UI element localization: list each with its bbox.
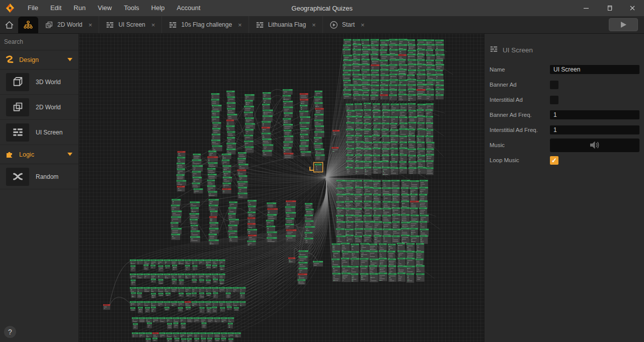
panel-title: UI Screen [503, 46, 533, 54]
ui-screen-icon [169, 21, 177, 29]
section-header-logic[interactable]: Logic [0, 145, 78, 164]
section-label: Logic [19, 151, 63, 158]
ui-screen-icon [12, 126, 24, 138]
search-bar [0, 34, 78, 50]
property-row-banner-ad-freq: Banner Ad Freq. [490, 107, 639, 122]
tab-close-icon[interactable]: × [361, 21, 365, 29]
item-thumbnail [6, 98, 29, 116]
ui-screen-icon [490, 45, 498, 53]
tab-bar: 2D World×UI Screen×10s Flag challenge×Li… [0, 16, 644, 34]
tab-ui-screen[interactable]: UI Screen× [99, 16, 162, 33]
maximize-button[interactable] [598, 0, 621, 16]
property-row-name: Name [490, 62, 639, 77]
menu-item-run[interactable]: Run [67, 0, 92, 16]
close-icon [629, 5, 635, 11]
field-input[interactable] [550, 125, 639, 134]
triangle-down-icon [67, 153, 72, 156]
search-input[interactable] [4, 38, 82, 45]
tab-close-icon[interactable]: × [151, 21, 155, 29]
design-icon [5, 55, 15, 64]
field-label: Interstitial Ad Freq. [490, 127, 550, 133]
item-label: Random [36, 173, 58, 180]
field-input[interactable] [550, 110, 639, 119]
menu-item-edit[interactable]: Edit [44, 0, 67, 16]
minimize-button[interactable] [575, 0, 598, 16]
field-label: Loop Music [490, 157, 550, 163]
play-icon [620, 21, 627, 28]
play-circle-icon [330, 21, 338, 29]
music-select-button[interactable] [550, 139, 639, 152]
help-button[interactable]: ? [4, 326, 16, 338]
run-preview-button[interactable] [609, 18, 638, 31]
sidebar-item-ui-screen[interactable]: UI Screen [0, 120, 78, 145]
field-input[interactable] [550, 65, 639, 74]
shuffle-icon [12, 171, 24, 182]
buildbox-logo-icon [5, 3, 16, 14]
sidebar-item-2d-world[interactable]: 2D World [0, 95, 78, 120]
tab-close-icon[interactable]: × [89, 21, 93, 29]
cube-3d-icon [12, 76, 24, 88]
menu-bar: FileEditRunViewToolsHelpAccount Geograph… [0, 0, 644, 16]
property-row-banner-ad: Banner Ad [490, 77, 639, 92]
section-label: Design [19, 56, 63, 63]
close-button[interactable] [621, 0, 644, 16]
field-label: Music [490, 142, 550, 148]
menu-item-tools[interactable]: Tools [118, 0, 145, 16]
ui-screen-icon [490, 45, 498, 55]
item-label: 2D World [36, 104, 61, 111]
menu-item-file[interactable]: File [22, 0, 44, 16]
main-area: Design3D World2D WorldUI ScreenLogicRand… [0, 34, 644, 342]
menu-item-help[interactable]: Help [145, 0, 171, 16]
tab-label: UI Screen [118, 21, 145, 28]
panel-header: UI Screen [490, 45, 639, 55]
speaker-icon [589, 140, 601, 151]
menu-item-view[interactable]: View [92, 0, 118, 16]
ui-screen-icon [256, 21, 264, 29]
tab-label: Start [342, 21, 355, 28]
item-thumbnail [6, 123, 29, 142]
field-label: Banner Ad [490, 82, 550, 88]
tab-label: Lithuania Flag [268, 21, 306, 28]
tab-list: 2D World×UI Screen×10s Flag challenge×Li… [38, 16, 371, 33]
application-window: FileEditRunViewToolsHelpAccount Geograph… [0, 0, 644, 342]
menu-item-account[interactable]: Account [171, 0, 206, 16]
tab-10s-flag-challenge[interactable]: 10s Flag challenge× [162, 16, 248, 33]
field-label: Interstitial Ad [490, 97, 550, 103]
section-header-design[interactable]: Design [0, 50, 78, 70]
home-button[interactable] [0, 16, 18, 33]
asset-sidebar: Design3D World2D WorldUI ScreenLogicRand… [0, 34, 79, 342]
property-fields: NameBanner AdInterstitial AdBanner Ad Fr… [490, 62, 639, 168]
tab-2d-world[interactable]: 2D World× [38, 16, 99, 33]
maximize-icon [606, 5, 612, 11]
home-icon [5, 20, 14, 30]
field-label: Banner Ad Freq. [490, 112, 550, 118]
node-graph-area [79, 34, 484, 342]
field-checkbox[interactable] [550, 81, 558, 89]
properties-panel: UI Screen NameBanner AdInterstitial AdBa… [484, 34, 644, 342]
sidebar-sections: Design3D World2D WorldUI ScreenLogicRand… [0, 50, 78, 189]
sidebar-item-random[interactable]: Random [0, 164, 78, 189]
tab-node-graph-active[interactable] [18, 17, 38, 33]
item-label: UI Screen [36, 129, 62, 136]
tab-close-icon[interactable]: × [312, 21, 316, 29]
property-row-interstitial-ad: Interstitial Ad [490, 92, 639, 107]
field-label: Name [490, 66, 550, 73]
sidebar-item-3d-world[interactable]: 3D World [0, 70, 78, 95]
tab-lithuania-flag[interactable]: Lithuania Flag× [249, 16, 323, 33]
window-controls [575, 0, 644, 16]
field-checkbox[interactable]: ✓ [550, 156, 558, 165]
property-row-loop-music: Loop Music✓ [490, 153, 639, 168]
item-thumbnail [6, 73, 29, 91]
tab-label: 2D World [57, 21, 83, 28]
tab-start[interactable]: Start× [323, 16, 371, 33]
node-graph-canvas[interactable] [79, 34, 484, 342]
node-graph-icon [23, 20, 33, 30]
field-checkbox[interactable] [550, 96, 558, 104]
ui-screen-icon [106, 21, 114, 29]
property-row-interstitial-ad-freq: Interstitial Ad Freq. [490, 122, 639, 138]
overlap-squares-icon [45, 21, 53, 29]
property-row-music: Music [490, 138, 639, 153]
overlap-squares-icon [12, 101, 24, 113]
tab-close-icon[interactable]: × [238, 21, 242, 29]
triangle-down-icon [67, 58, 72, 61]
